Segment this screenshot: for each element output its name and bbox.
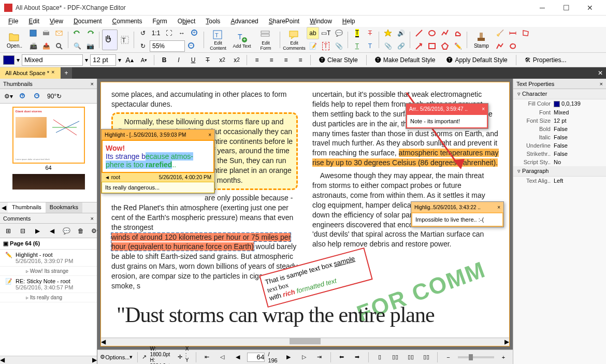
menu-tools[interactable]: Tools xyxy=(200,17,225,26)
textbox-tool[interactable]: ▭T xyxy=(320,27,332,39)
fit-page[interactable]: ⛶ xyxy=(163,27,175,39)
sb-options[interactable]: ⚙ Options... ▾ xyxy=(100,351,133,363)
grow-font[interactable]: A▴ xyxy=(123,54,136,66)
thumb-options[interactable]: ⚙▾ xyxy=(2,90,15,103)
prop-value[interactable]: False xyxy=(554,126,602,132)
zoom-slider[interactable] xyxy=(458,356,494,358)
layout-single[interactable]: ▯ xyxy=(373,351,386,363)
menu-edit[interactable]: Edit xyxy=(23,17,45,26)
rotate-ccw[interactable]: ↺ xyxy=(137,27,149,39)
open-button[interactable]: Open.. xyxy=(3,28,26,51)
section-paragraph[interactable]: ▿ Paragraph xyxy=(513,166,606,177)
left-scrollbar[interactable]: ◀▶ xyxy=(0,356,97,364)
prop-value[interactable]: 12 pt xyxy=(554,118,602,124)
underline-btn[interactable]: U xyxy=(187,54,199,66)
underline-tool[interactable]: T xyxy=(351,40,363,52)
hl-text-tool[interactable]: T xyxy=(351,27,363,39)
layout-facing[interactable]: ▯▯ xyxy=(405,351,417,363)
fill-color-swatch[interactable] xyxy=(3,55,15,65)
oval-tool[interactable] xyxy=(426,27,438,39)
edit-form-button[interactable]: Edit Form xyxy=(254,28,277,51)
page-input[interactable] xyxy=(247,353,265,362)
make-default-btn[interactable]: 🅣 Make Default Style xyxy=(370,54,440,66)
clear-style-btn[interactable]: 🅣 Clear Style xyxy=(314,54,363,66)
zoom-out[interactable]: − xyxy=(185,40,198,52)
comment-page-group[interactable]: ▣ Page 64 (6) xyxy=(0,238,97,250)
comment-item[interactable]: 📝 RE: Sticky Note - root 5/26/2016, 3:40… xyxy=(0,276,97,293)
perimeter-tool[interactable] xyxy=(494,40,506,52)
hist-back[interactable]: ⬅ xyxy=(336,351,348,363)
comment-item[interactable]: ✏️ Highlight - root 5/26/2016, 3:39:07 P… xyxy=(0,250,97,267)
prop-value[interactable]: False xyxy=(554,142,602,149)
close-props-icon[interactable]: × xyxy=(600,81,603,87)
sound-tool[interactable]: 🔊 xyxy=(395,27,407,39)
minimize-button[interactable]: ─ xyxy=(530,0,554,16)
fit-width[interactable]: ↔ xyxy=(176,27,188,39)
thumb-zoom-out[interactable]: − xyxy=(31,90,44,103)
pencil-tool[interactable]: ✏️ xyxy=(452,40,464,52)
cm-next[interactable]: ▶ xyxy=(31,225,44,237)
zoom-in[interactable]: + xyxy=(189,27,201,39)
reply-body[interactable]: Its really dangerous... xyxy=(102,182,214,193)
menu-window[interactable]: Window xyxy=(305,17,337,26)
thumbnail-next[interactable] xyxy=(12,174,85,190)
stamp-button[interactable]: Stamp xyxy=(470,28,493,51)
thumb-rotate[interactable]: 90°↻ xyxy=(46,90,63,103)
hist-fwd[interactable]: ➡ xyxy=(351,351,364,363)
prop-value[interactable]: 0,0,139 xyxy=(554,100,602,107)
scan-button[interactable]: 📠 xyxy=(27,40,39,52)
distance-tool[interactable] xyxy=(507,27,519,39)
callout-tool[interactable]: 💬 xyxy=(333,27,345,39)
italic-btn[interactable]: I xyxy=(172,54,185,66)
comment-preview[interactable]: ▹ Its really dang xyxy=(0,293,97,302)
prop-value[interactable]: Left xyxy=(554,178,602,184)
area-tool[interactable] xyxy=(520,27,532,39)
section-character[interactable]: ▿ Character xyxy=(513,89,606,99)
email-button[interactable] xyxy=(53,27,65,39)
comment-preview[interactable]: ▹ Wow! Its strange xyxy=(0,267,97,276)
strike-tool[interactable]: T xyxy=(364,27,376,39)
page-content[interactable]: some places, and accumulating in other p… xyxy=(100,82,510,346)
cm-collapse[interactable]: ⊟ xyxy=(17,225,29,237)
thumbnails-area[interactable]: Giant dust storms Lorem ipsum dolor sit … xyxy=(0,104,97,202)
align-left[interactable]: ≡ xyxy=(251,54,263,66)
comments-list[interactable]: ▣ Page 64 (6) ✏️ Highlight - root 5/26/2… xyxy=(0,238,97,356)
thumb-zoom-in[interactable]: + xyxy=(17,90,29,103)
menu-comments[interactable]: Comments xyxy=(107,17,148,26)
subtab-bookmarks[interactable]: Bookmarks xyxy=(46,202,82,213)
rect-tool[interactable] xyxy=(426,40,438,52)
apply-default-btn[interactable]: 🅣 Apply Default Style xyxy=(442,54,512,66)
thumbnail-page[interactable]: Giant dust storms Lorem ipsum dolor sit … xyxy=(12,107,85,172)
add-text-button[interactable]: T+Add Text xyxy=(230,28,253,51)
prop-value[interactable]: No xyxy=(554,159,602,165)
tab-close-icon[interactable]: × xyxy=(51,69,59,76)
sb-zoom-in[interactable]: + xyxy=(497,351,510,363)
nav-last[interactable]: ⇥ xyxy=(313,351,326,363)
sb-zoom-out[interactable]: − xyxy=(442,351,455,363)
cm-prev[interactable]: ◀ xyxy=(46,225,58,237)
close-comments-icon[interactable]: × xyxy=(91,215,94,222)
superscript-btn[interactable]: x2 xyxy=(230,54,243,66)
subscript-btn[interactable]: x2 xyxy=(216,54,228,66)
cloud-tool[interactable] xyxy=(452,27,464,39)
menu-view[interactable]: View xyxy=(45,17,68,26)
menu-help[interactable]: Help xyxy=(337,17,360,26)
popup-body[interactable]: Impossible to live there.. :-( xyxy=(411,212,503,227)
menu-advanced[interactable]: Advanced xyxy=(225,17,263,26)
export-button[interactable]: 📤 xyxy=(40,40,52,52)
shrink-font[interactable]: A▾ xyxy=(138,54,150,66)
close-all-tabs[interactable]: ✕ xyxy=(595,67,606,79)
edit-comments-button[interactable]: Edit Comments xyxy=(283,28,306,51)
actual-size[interactable]: 1:1 xyxy=(150,27,162,39)
close-panel-icon[interactable]: × xyxy=(91,81,94,87)
find-button[interactable]: 🔍 xyxy=(71,40,83,52)
polyline-tool[interactable] xyxy=(439,27,451,39)
menu-object[interactable]: Object xyxy=(172,17,201,26)
strike-btn[interactable]: T xyxy=(201,54,214,66)
typewriter-tool[interactable]: T xyxy=(320,40,332,52)
star-tool[interactable] xyxy=(382,27,394,39)
font-select[interactable] xyxy=(22,54,83,66)
align-center[interactable]: ≡ xyxy=(265,54,278,66)
menu-form[interactable]: Form xyxy=(148,17,172,26)
link-tool[interactable]: 🔗 xyxy=(395,40,407,52)
